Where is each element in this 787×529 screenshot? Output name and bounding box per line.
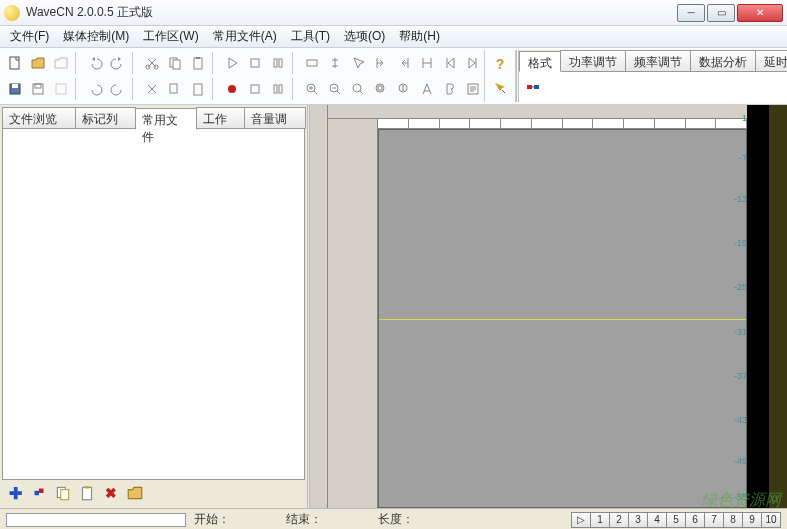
toolbar-row-2	[4, 76, 484, 102]
undo2-icon[interactable]	[84, 78, 106, 100]
scale-m19: -19	[734, 238, 747, 248]
page-2[interactable]: 2	[609, 512, 629, 528]
cut-icon[interactable]	[141, 52, 163, 74]
tab-delay[interactable]: 延时	[755, 50, 787, 71]
svg-rect-7	[251, 59, 259, 67]
page-8[interactable]: 8	[723, 512, 743, 528]
redo2-icon[interactable]	[107, 78, 129, 100]
tab-workspace[interactable]: 工作区	[196, 107, 246, 129]
cursor-icon[interactable]	[347, 52, 369, 74]
stop2-icon[interactable]	[244, 78, 266, 100]
marker-a-icon[interactable]	[416, 78, 438, 100]
scale-m31: -31	[734, 327, 747, 337]
paste2-icon[interactable]	[187, 78, 209, 100]
left-icon-toolbar: ✚ ✖	[2, 480, 305, 506]
page-5[interactable]: 5	[666, 512, 686, 528]
script-icon[interactable]	[462, 78, 484, 100]
close-button[interactable]: ✕	[737, 4, 783, 22]
select-vert-icon[interactable]	[324, 52, 346, 74]
tab-analysis[interactable]: 数据分析	[690, 50, 756, 71]
goto-end-icon[interactable]	[462, 52, 484, 74]
copy-doc-icon[interactable]	[54, 484, 72, 502]
pause-icon[interactable]	[267, 52, 289, 74]
page-7[interactable]: 7	[704, 512, 724, 528]
copy-icon[interactable]	[164, 52, 186, 74]
menu-bar: 文件(F) 媒体控制(M) 工作区(W) 常用文件(A) 工具(T) 选项(O)…	[0, 26, 787, 48]
menu-tools[interactable]: 工具(T)	[285, 26, 336, 47]
add-multi-icon[interactable]	[30, 484, 48, 502]
svg-rect-30	[534, 85, 539, 89]
page-10[interactable]: 10	[761, 512, 781, 528]
svg-point-18	[228, 85, 236, 93]
record-icon[interactable]	[221, 78, 243, 100]
svg-rect-9	[279, 59, 282, 67]
delete-icon[interactable]: ✖	[102, 484, 120, 502]
svg-rect-17	[194, 84, 202, 95]
svg-rect-14	[35, 84, 41, 88]
redo-icon[interactable]	[107, 52, 129, 74]
marker-both-icon[interactable]	[416, 52, 438, 74]
page-4[interactable]: 4	[647, 512, 667, 528]
scale-m25: -25	[734, 282, 747, 292]
undo-icon[interactable]	[84, 52, 106, 74]
page-play-icon[interactable]: ▷	[571, 512, 591, 528]
zoom-fit-icon[interactable]	[347, 78, 369, 100]
zoom-reset-icon[interactable]	[393, 78, 415, 100]
maximize-button[interactable]: ▭	[707, 4, 735, 22]
toolbar-row-1	[4, 50, 484, 76]
menu-favorites[interactable]: 常用文件(A)	[207, 26, 283, 47]
menu-help[interactable]: 帮助(H)	[393, 26, 446, 47]
tab-freq[interactable]: 频率调节	[625, 50, 691, 71]
page-3[interactable]: 3	[628, 512, 648, 528]
svg-rect-26	[378, 86, 382, 90]
favorites-tree[interactable]	[2, 128, 305, 480]
open-disabled-icon	[50, 52, 72, 74]
svg-point-24	[353, 84, 361, 92]
add-icon[interactable]: ✚	[6, 484, 24, 502]
pause2-icon[interactable]	[267, 78, 289, 100]
tab-marker-list[interactable]: 标记列表	[75, 107, 137, 129]
page-1[interactable]: 1	[590, 512, 610, 528]
play-icon[interactable]	[221, 52, 243, 74]
tab-favorites[interactable]: 常用文件	[135, 108, 197, 130]
format-tool-icon[interactable]	[525, 79, 541, 95]
waveform-canvas[interactable]	[378, 129, 747, 508]
zoom-out-icon[interactable]	[324, 78, 346, 100]
open-file-icon[interactable]	[27, 52, 49, 74]
save-icon[interactable]	[4, 78, 26, 100]
copy2-icon[interactable]	[164, 78, 186, 100]
zoom-in-icon[interactable]	[301, 78, 323, 100]
marker-left-icon[interactable]	[370, 52, 392, 74]
menu-options[interactable]: 选项(O)	[338, 26, 391, 47]
time-ruler[interactable]	[378, 119, 747, 129]
paste-doc-icon[interactable]	[78, 484, 96, 502]
cut2-icon[interactable]	[141, 78, 163, 100]
svg-rect-6	[196, 57, 200, 59]
page-9[interactable]: 9	[742, 512, 762, 528]
new-file-icon[interactable]	[4, 52, 26, 74]
menu-media[interactable]: 媒体控制(M)	[57, 26, 135, 47]
tab-format[interactable]: 格式	[519, 51, 561, 72]
menu-file[interactable]: 文件(F)	[4, 26, 55, 47]
tab-volume[interactable]: 音量调节	[244, 107, 306, 129]
open-folder-icon[interactable]	[126, 484, 144, 502]
paste-icon[interactable]	[187, 52, 209, 74]
save-as-icon[interactable]	[27, 78, 49, 100]
minimize-button[interactable]: ─	[677, 4, 705, 22]
goto-start-icon[interactable]	[439, 52, 461, 74]
menu-workspace[interactable]: 工作区(W)	[137, 26, 204, 47]
help-icon[interactable]: ?	[489, 53, 511, 75]
tab-file-browser[interactable]: 文件浏览器	[2, 107, 76, 129]
zoom-sel-icon[interactable]	[370, 78, 392, 100]
context-help-icon[interactable]	[489, 77, 511, 99]
svg-rect-21	[279, 85, 282, 93]
select-region-icon[interactable]	[301, 52, 323, 74]
waveform-editor[interactable]: <— -1 -7 -13 -19 -25 -31 -37 -43 -49 -55	[310, 105, 787, 508]
marker-right-icon[interactable]	[393, 52, 415, 74]
page-6[interactable]: 6	[685, 512, 705, 528]
marker-b-icon[interactable]	[439, 78, 461, 100]
label-end: 结束：	[286, 511, 322, 528]
stop-icon[interactable]	[244, 52, 266, 74]
tab-power[interactable]: 功率调节	[560, 50, 626, 71]
svg-rect-32	[61, 490, 69, 500]
